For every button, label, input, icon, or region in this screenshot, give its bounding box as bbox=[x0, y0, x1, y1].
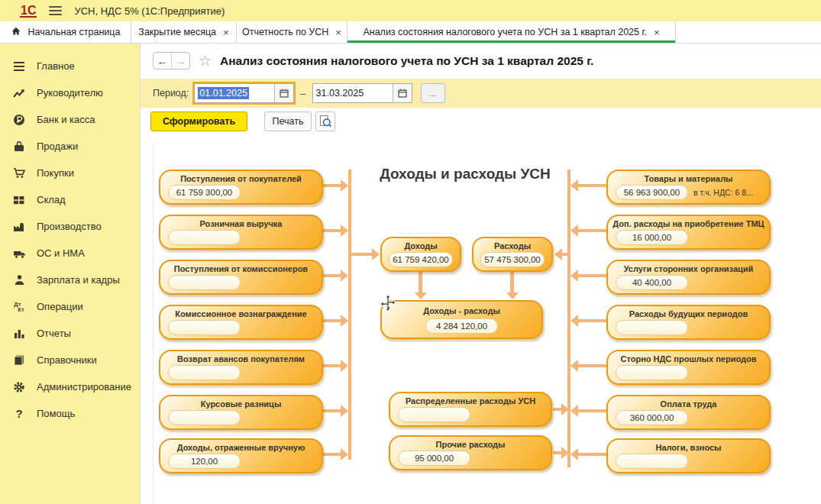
favorite-star-icon[interactable]: ☆ bbox=[199, 53, 212, 68]
back-button[interactable]: ← bbox=[154, 53, 172, 69]
block-value[interactable]: 120,00 bbox=[168, 454, 241, 469]
block-title: Доп. расходы на приобретение ТМЦ bbox=[608, 219, 769, 228]
block-value[interactable] bbox=[168, 230, 241, 245]
diagram-block-third-party-services[interactable]: Услуги сторонних организаций 40 400,00 bbox=[606, 260, 771, 295]
block-value[interactable] bbox=[168, 365, 241, 380]
tab-home[interactable]: Начальная страница bbox=[0, 21, 131, 43]
diagram-block-commission-receipts[interactable]: Поступления от комиссионеров bbox=[159, 260, 323, 295]
tab-usn-analysis[interactable]: Анализ состояния налогового учета по УСН… bbox=[347, 21, 676, 43]
sidebar-item-payroll[interactable]: Зарплата и кадры bbox=[0, 267, 140, 293]
question-icon: ? bbox=[11, 407, 27, 420]
diagram-block-distributed-expenses[interactable]: Распределенные расходы УСН bbox=[389, 392, 552, 427]
diagram-block-payroll[interactable]: Оплата труда 360 000,00 bbox=[606, 395, 771, 430]
window-titlebar: 1С УСН, НДС 5% (1С:Предприятие) bbox=[0, 0, 821, 21]
diagram-block-manual-income[interactable]: Доходы, отраженные вручную 120,00 bbox=[159, 438, 323, 473]
close-icon[interactable]: × bbox=[654, 27, 660, 38]
block-value[interactable] bbox=[616, 320, 688, 335]
sidebar-item-help[interactable]: ? Помощь bbox=[0, 400, 140, 427]
block-value[interactable] bbox=[616, 454, 688, 469]
sidebar-item-fixed-assets[interactable]: ОС и НМА bbox=[0, 240, 140, 267]
diagram-block-commission-fee[interactable]: Комиссионное вознаграждение bbox=[159, 305, 323, 340]
diagram-block-retail-revenue[interactable]: Розничная выручка bbox=[159, 215, 323, 250]
block-value[interactable]: 95 000,00 bbox=[398, 451, 470, 466]
sidebar-item-warehouse[interactable]: Склад bbox=[0, 186, 140, 213]
menu-icon bbox=[11, 61, 27, 72]
block-title: Оплата труда bbox=[608, 399, 769, 409]
diagram-block-income-total[interactable]: Доходы 61 759 420,00 bbox=[380, 237, 461, 272]
block-value[interactable] bbox=[168, 275, 241, 290]
flow-arrow bbox=[419, 272, 422, 293]
diagram-block-extra-tmc-costs[interactable]: Доп. расходы на приобретение ТМЦ 16 000,… bbox=[606, 215, 771, 250]
diagram-block-other-expenses[interactable]: Прочие расходы 95 000,00 bbox=[389, 435, 552, 470]
sidebar-item-manager[interactable]: Руководителю bbox=[0, 79, 140, 106]
flow-arrow bbox=[323, 409, 341, 412]
block-value[interactable] bbox=[398, 407, 470, 422]
block-value[interactable]: 360 000,00 bbox=[616, 410, 688, 425]
flow-arrow bbox=[323, 184, 341, 187]
flow-arrow bbox=[577, 453, 606, 456]
diagram-block-goods-materials[interactable]: Товары и материалы 56 963 900,00в т.ч. Н… bbox=[606, 170, 771, 205]
flow-arrow bbox=[553, 451, 562, 454]
diagram-block-income-customers[interactable]: Поступления от покупателей 61 759 300,00 bbox=[159, 170, 323, 205]
period-more-button[interactable]: ... bbox=[421, 83, 445, 103]
print-button[interactable]: Печать bbox=[264, 111, 312, 131]
sidebar-item-production[interactable]: Производство bbox=[0, 213, 140, 240]
block-value[interactable]: 57 475 300,00 bbox=[480, 252, 545, 267]
sidebar-item-label: Склад bbox=[37, 194, 66, 205]
section-panel: Главное Руководителю Банк и касса Продаж… bbox=[0, 44, 140, 504]
generate-button[interactable]: Сформировать bbox=[150, 111, 247, 131]
tab-label: Закрытие месяца bbox=[138, 27, 216, 37]
diagram-block-taxes-contributions[interactable]: Налоги, взносы bbox=[606, 438, 771, 473]
block-value[interactable]: 16 000,00 bbox=[616, 230, 688, 245]
flow-arrow bbox=[323, 229, 341, 232]
block-title: Комиссионное вознаграждение bbox=[160, 309, 322, 318]
diagram-block-vat-reversal[interactable]: Сторно НДС прошлых периодов bbox=[606, 350, 771, 385]
block-value[interactable] bbox=[168, 410, 241, 425]
block-value[interactable] bbox=[616, 365, 688, 380]
tab-month-closing[interactable]: Закрытие месяца × bbox=[131, 21, 237, 43]
report-form: ← → ☆ Анализ состояния налогового учета … bbox=[140, 44, 821, 504]
close-icon[interactable]: × bbox=[223, 27, 229, 38]
period-to-input[interactable]: 31.03.2025 bbox=[313, 84, 393, 102]
ruble-icon bbox=[11, 114, 27, 126]
sidebar-item-label: Администрирование bbox=[37, 381, 131, 393]
sidebar-item-bank-cash[interactable]: Банк и касса bbox=[0, 106, 140, 133]
sidebar-item-main[interactable]: Главное bbox=[0, 53, 140, 79]
diagram-block-income-minus-expense[interactable]: Доходы - расходы 4 284 120,00 bbox=[380, 300, 543, 339]
forward-button[interactable]: → bbox=[172, 53, 189, 69]
close-icon[interactable]: × bbox=[335, 27, 341, 38]
diagram-block-expense-total[interactable]: Расходы 57 475 300,00 bbox=[472, 237, 553, 272]
diagram-title: Доходы и расходы УСН bbox=[373, 166, 557, 183]
calendar-icon[interactable] bbox=[274, 84, 293, 102]
sidebar-item-label: Операции bbox=[37, 301, 83, 312]
tab-usn-reporting[interactable]: Отчетность по УСН × bbox=[237, 21, 347, 43]
block-value[interactable]: 40 400,00 bbox=[616, 275, 688, 290]
sidebar-item-label: Зарплата и кадры bbox=[37, 274, 120, 286]
block-value[interactable] bbox=[168, 320, 241, 335]
main-menu-icon[interactable] bbox=[49, 6, 62, 15]
block-title: Поступления от покупателей bbox=[160, 174, 322, 183]
sidebar-item-sales[interactable]: Продажи bbox=[0, 133, 140, 160]
diagram-block-exchange-differences[interactable]: Курсовые разницы bbox=[159, 395, 323, 430]
sidebar-item-reports[interactable]: Отчеты bbox=[0, 320, 140, 347]
block-title: Распределенные расходы УСН bbox=[390, 396, 551, 405]
preview-button[interactable] bbox=[315, 111, 335, 131]
1c-logo: 1С bbox=[20, 5, 37, 18]
sidebar-item-operations[interactable]: ДтКт Операции bbox=[0, 293, 140, 320]
period-from-input[interactable]: 01.01.2025 bbox=[195, 84, 274, 102]
block-title: Расходы будущих периодов bbox=[608, 309, 769, 318]
block-value[interactable]: 56 963 900,00 bbox=[616, 185, 688, 200]
block-title: Расходы bbox=[474, 241, 551, 250]
diagram-block-deferred-expenses[interactable]: Расходы будущих периодов bbox=[606, 305, 771, 340]
history-nav: ← → bbox=[153, 52, 190, 69]
block-value[interactable]: 4 284 120,00 bbox=[425, 318, 498, 334]
sidebar-item-label: Справочники bbox=[37, 354, 97, 366]
sidebar-item-directories[interactable]: Справочники bbox=[0, 347, 140, 373]
block-value[interactable]: 61 759 300,00 bbox=[168, 185, 241, 200]
sidebar-item-administration[interactable]: Администрирование bbox=[0, 373, 140, 400]
calendar-icon[interactable] bbox=[393, 84, 412, 102]
diagram-block-advance-returns[interactable]: Возврат авансов покупателям bbox=[159, 350, 323, 385]
block-value[interactable]: 61 759 420,00 bbox=[389, 252, 453, 267]
sidebar-item-purchases[interactable]: Покупки bbox=[0, 160, 140, 186]
flow-arrow bbox=[351, 253, 373, 256]
